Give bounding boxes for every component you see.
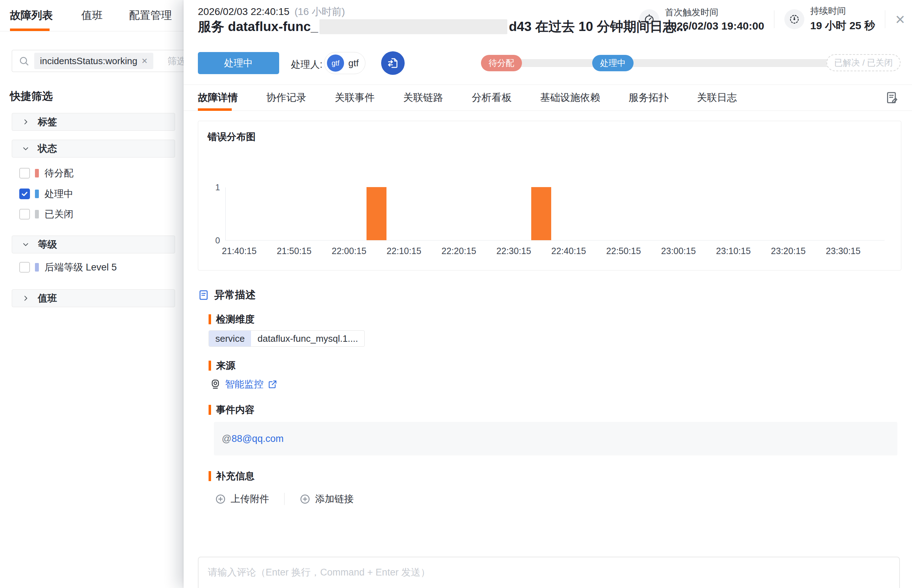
error-bar[interactable] xyxy=(367,187,386,240)
service-tag-key: service xyxy=(209,331,251,346)
tab-collaboration-log[interactable]: 协作记录 xyxy=(266,85,306,110)
filter-item-pending[interactable]: 待分配 xyxy=(19,168,73,179)
filter-item-level5[interactable]: 后端等级 Level 5 xyxy=(19,262,117,273)
x-axis-tick: 23:20:15 xyxy=(771,246,805,256)
error-bar[interactable] xyxy=(531,187,551,240)
search-placeholder: 筛选 xyxy=(168,55,186,67)
x-axis-tick: 22:20:15 xyxy=(441,246,476,256)
close-icon[interactable]: × xyxy=(895,11,905,27)
search-input[interactable]: incidentsStatus:working × 筛选 xyxy=(12,50,212,72)
checkbox-unchecked[interactable] xyxy=(19,168,30,179)
nav-tab-incident-list[interactable]: 故障列表 xyxy=(10,0,53,31)
chevron-right-icon xyxy=(22,295,29,302)
chevron-right-icon xyxy=(22,118,29,126)
incident-title-suffix: d43 在过去 10 分钟期间日志... xyxy=(509,18,687,36)
x-axis-tick: 22:40:15 xyxy=(551,246,586,256)
status-stepper: 待分配 处理中 已解决 / 已关闭 xyxy=(481,52,901,74)
source-label: 来源 xyxy=(216,359,235,372)
document-icon xyxy=(198,289,209,301)
search-filter-tag[interactable]: incidentsStatus:working × xyxy=(34,53,153,69)
first-trigger-label: 首次触发时间 xyxy=(665,6,765,18)
incident-title: 服务 dataflux-func_ d43 在过去 10 分钟期间日志... xyxy=(198,18,687,36)
checkbox-unchecked[interactable] xyxy=(19,262,30,273)
redacted-text-block xyxy=(319,19,507,34)
chart-title: 错误分布图 xyxy=(207,131,255,143)
external-link-icon[interactable] xyxy=(268,380,277,389)
created-timestamp: 2026/02/03 22:40:15 xyxy=(198,6,289,18)
filter-group-level[interactable]: 等级 xyxy=(12,236,175,254)
detect-dimension-header: 检测维度 xyxy=(209,313,255,326)
quick-filter-title: 快捷筛选 xyxy=(10,89,53,104)
status-dropdown-button[interactable]: 处理中 xyxy=(198,52,279,74)
app-screen: 故障列表 值班 配置管理 incidentsStatus:working × 筛… xyxy=(0,0,912,588)
event-content-header: 事件内容 xyxy=(209,404,255,416)
step-pending: 待分配 xyxy=(481,55,522,71)
active-tab-underline xyxy=(10,29,50,31)
detail-tabs: 故障详情 协作记录 关联事件 关联链路 分析看板 基础设施依赖 服务拓扑 关联日… xyxy=(184,84,912,111)
tab-incident-detail[interactable]: 故障详情 xyxy=(198,85,238,110)
filter-item-label: 待分配 xyxy=(45,167,73,179)
tab-related-traces[interactable]: 关联链路 xyxy=(403,85,443,110)
y-axis-tick: 1 xyxy=(215,183,220,192)
filter-item-working[interactable]: 处理中 xyxy=(19,188,73,200)
filter-group-label: 状态 xyxy=(38,142,57,155)
x-axis-tick: 22:30:15 xyxy=(496,246,531,256)
check-icon xyxy=(21,190,29,198)
note-edit-icon[interactable] xyxy=(885,90,899,105)
x-axis-tick: 22:00:15 xyxy=(331,246,366,256)
filter-item-closed[interactable]: 已关闭 xyxy=(19,208,73,220)
extra-info-label: 补充信息 xyxy=(216,470,255,483)
filter-group-label: 标签 xyxy=(38,115,57,128)
incident-list-page: 故障列表 值班 配置管理 incidentsStatus:working × 筛… xyxy=(0,0,200,588)
source-header: 来源 xyxy=(209,359,235,372)
search-filter-tag-label: incidentsStatus:working xyxy=(40,56,137,67)
incident-detail-drawer: 2026/02/03 22:40:15 (16 小时前) 首次触发时间 2026… xyxy=(184,0,912,588)
x-axis-tick: 23:30:15 xyxy=(826,246,860,256)
filter-item-label: 处理中 xyxy=(45,187,73,200)
filter-group-duty[interactable]: 值班 xyxy=(12,289,175,307)
tab-analysis-dashboard[interactable]: 分析看板 xyxy=(472,85,512,110)
plus-circle-icon xyxy=(299,494,310,505)
top-nav: 故障列表 值班 配置管理 xyxy=(0,0,200,31)
status-color-chip xyxy=(35,210,39,218)
source-row: 智能监控 xyxy=(210,378,277,391)
incident-title-prefix: 服务 dataflux-func_ xyxy=(198,18,318,36)
description-section-title: 异常描述 xyxy=(214,288,255,302)
extra-info-header: 补充信息 xyxy=(209,470,255,483)
x-axis-tick: 23:10:15 xyxy=(716,246,750,256)
service-tag-value: dataflux-func_mysql.1.... xyxy=(251,331,364,346)
transfer-incident-button[interactable] xyxy=(381,51,405,75)
remove-filter-icon[interactable]: × xyxy=(142,56,147,66)
event-content-label: 事件内容 xyxy=(216,404,255,416)
status-color-chip xyxy=(35,169,39,178)
comment-input[interactable] xyxy=(198,557,900,588)
status-color-chip xyxy=(35,190,39,198)
checkbox-checked[interactable] xyxy=(19,189,30,199)
chevron-down-icon xyxy=(22,145,29,152)
x-axis-tick: 23:00:15 xyxy=(661,246,695,256)
duration-label: 持续时间 xyxy=(810,5,875,17)
tab-infrastructure[interactable]: 基础设施依赖 xyxy=(540,85,600,110)
step-resolved-closed[interactable]: 已解决 / 已关闭 xyxy=(826,54,901,71)
event-mention-link[interactable]: 88@qq.com xyxy=(231,433,283,444)
tab-related-logs[interactable]: 关联日志 xyxy=(697,85,737,110)
tab-related-events[interactable]: 关联事件 xyxy=(335,85,375,110)
assignee-selector[interactable]: gtf gtf xyxy=(324,52,365,74)
transfer-icon xyxy=(387,57,399,69)
filter-group-status[interactable]: 状态 xyxy=(12,140,175,158)
filter-group-tags[interactable]: 标签 xyxy=(12,113,175,131)
checkbox-unchecked[interactable] xyxy=(19,209,30,220)
orange-bar xyxy=(209,314,211,324)
tab-service-topology[interactable]: 服务拓扑 xyxy=(629,85,668,110)
service-tag[interactable]: service dataflux-func_mysql.1.... xyxy=(209,330,365,347)
add-link-button[interactable]: 添加链接 xyxy=(299,493,354,505)
upload-attachment-button[interactable]: 上传附件 xyxy=(215,493,269,505)
step-working: 处理中 xyxy=(592,55,634,71)
filter-group-label: 等级 xyxy=(38,238,57,251)
avatar: gtf xyxy=(327,55,344,72)
nav-tab-on-duty[interactable]: 值班 xyxy=(81,0,103,31)
divider xyxy=(284,493,285,505)
assignee-name: gtf xyxy=(348,58,359,69)
nav-tab-config[interactable]: 配置管理 xyxy=(129,0,172,31)
intelligent-monitoring-link[interactable]: 智能监控 xyxy=(225,378,264,391)
